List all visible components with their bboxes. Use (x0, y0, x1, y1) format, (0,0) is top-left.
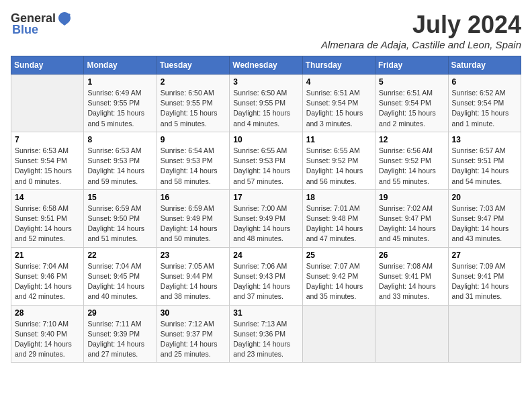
day-number: 25 (306, 250, 371, 260)
day-info: Sunrise: 6:56 AMSunset: 9:52 PMDaylight:… (379, 146, 444, 187)
calendar-cell: 1Sunrise: 6:49 AMSunset: 9:55 PMDaylight… (84, 75, 157, 132)
day-number: 28 (15, 308, 80, 318)
day-number: 27 (452, 250, 517, 260)
day-info: Sunrise: 7:12 AMSunset: 9:37 PMDaylight:… (161, 319, 226, 360)
calendar-week-row: 1Sunrise: 6:49 AMSunset: 9:55 PMDaylight… (11, 75, 521, 132)
calendar-cell: 21Sunrise: 7:04 AMSunset: 9:46 PMDayligh… (11, 247, 84, 305)
day-number: 12 (379, 135, 444, 144)
calendar-cell: 31Sunrise: 7:13 AMSunset: 9:36 PMDayligh… (230, 305, 302, 363)
day-info: Sunrise: 7:02 AMSunset: 9:47 PMDaylight:… (379, 203, 444, 244)
calendar-cell: 20Sunrise: 7:03 AMSunset: 9:47 PMDayligh… (448, 189, 521, 247)
weekday-header-cell: Sunday (11, 56, 84, 75)
calendar-cell: 25Sunrise: 7:07 AMSunset: 9:42 PMDayligh… (302, 247, 375, 305)
calendar-table: SundayMondayTuesdayWednesdayThursdayFrid… (11, 56, 521, 363)
day-info: Sunrise: 7:07 AMSunset: 9:42 PMDaylight:… (306, 261, 371, 302)
day-number: 17 (233, 193, 298, 202)
calendar-cell: 19Sunrise: 7:02 AMSunset: 9:47 PMDayligh… (375, 189, 448, 247)
day-number: 15 (87, 193, 152, 202)
day-info: Sunrise: 7:08 AMSunset: 9:41 PMDaylight:… (379, 261, 444, 302)
calendar-cell: 23Sunrise: 7:05 AMSunset: 9:44 PMDayligh… (157, 247, 229, 305)
calendar-week-row: 14Sunrise: 6:58 AMSunset: 9:51 PMDayligh… (11, 189, 521, 247)
day-number: 14 (15, 193, 80, 202)
day-number: 5 (379, 77, 444, 87)
logo: General Blue (11, 11, 72, 37)
calendar-cell: 5Sunrise: 6:51 AMSunset: 9:54 PMDaylight… (375, 75, 448, 132)
day-number: 6 (452, 77, 517, 87)
day-info: Sunrise: 6:49 AMSunset: 9:55 PMDaylight:… (87, 88, 152, 129)
calendar-cell: 22Sunrise: 7:04 AMSunset: 9:45 PMDayligh… (84, 247, 157, 305)
day-info: Sunrise: 6:59 AMSunset: 9:49 PMDaylight:… (161, 203, 226, 244)
calendar-week-row: 21Sunrise: 7:04 AMSunset: 9:46 PMDayligh… (11, 247, 521, 305)
calendar-cell: 3Sunrise: 6:50 AMSunset: 9:55 PMDaylight… (230, 75, 302, 132)
day-info: Sunrise: 7:11 AMSunset: 9:39 PMDaylight:… (87, 319, 152, 360)
calendar-cell: 14Sunrise: 6:58 AMSunset: 9:51 PMDayligh… (11, 189, 84, 247)
day-number: 13 (452, 135, 517, 144)
calendar-cell (448, 305, 521, 363)
calendar-cell: 29Sunrise: 7:11 AMSunset: 9:39 PMDayligh… (84, 305, 157, 363)
calendar-cell: 13Sunrise: 6:57 AMSunset: 9:51 PMDayligh… (448, 132, 521, 189)
calendar-body: 1Sunrise: 6:49 AMSunset: 9:55 PMDaylight… (11, 75, 521, 363)
day-info: Sunrise: 6:50 AMSunset: 9:55 PMDaylight:… (161, 88, 226, 129)
day-info: Sunrise: 6:57 AMSunset: 9:51 PMDaylight:… (452, 146, 517, 187)
logo-blue-text: Blue (12, 23, 38, 37)
day-info: Sunrise: 6:52 AMSunset: 9:54 PMDaylight:… (452, 88, 517, 129)
calendar-cell: 15Sunrise: 6:59 AMSunset: 9:50 PMDayligh… (84, 189, 157, 247)
calendar-cell: 9Sunrise: 6:54 AMSunset: 9:53 PMDaylight… (157, 132, 229, 189)
calendar-cell: 30Sunrise: 7:12 AMSunset: 9:37 PMDayligh… (157, 305, 229, 363)
day-number: 22 (87, 250, 152, 260)
calendar-cell: 16Sunrise: 6:59 AMSunset: 9:49 PMDayligh… (157, 189, 229, 247)
day-info: Sunrise: 7:00 AMSunset: 9:49 PMDaylight:… (233, 203, 298, 244)
day-info: Sunrise: 6:51 AMSunset: 9:54 PMDaylight:… (306, 88, 371, 129)
day-number: 21 (15, 250, 80, 260)
day-info: Sunrise: 6:59 AMSunset: 9:50 PMDaylight:… (87, 203, 152, 244)
title-block: July 2024 Almenara de Adaja, Castille an… (321, 11, 521, 50)
calendar-cell: 10Sunrise: 6:55 AMSunset: 9:53 PMDayligh… (230, 132, 302, 189)
calendar-cell: 7Sunrise: 6:53 AMSunset: 9:54 PMDaylight… (11, 132, 84, 189)
day-info: Sunrise: 6:55 AMSunset: 9:53 PMDaylight:… (233, 146, 298, 187)
weekday-header-cell: Monday (84, 56, 157, 75)
day-number: 31 (233, 308, 298, 318)
day-number: 16 (161, 193, 226, 202)
day-number: 9 (161, 135, 226, 144)
day-info: Sunrise: 6:53 AMSunset: 9:54 PMDaylight:… (15, 146, 80, 187)
weekday-header-cell: Wednesday (230, 56, 302, 75)
calendar-cell (11, 75, 84, 132)
calendar-cell: 2Sunrise: 6:50 AMSunset: 9:55 PMDaylight… (157, 75, 229, 132)
day-info: Sunrise: 6:53 AMSunset: 9:53 PMDaylight:… (87, 146, 152, 187)
logo-icon (57, 11, 72, 26)
day-number: 1 (87, 77, 152, 87)
day-info: Sunrise: 7:04 AMSunset: 9:45 PMDaylight:… (87, 261, 152, 302)
day-info: Sunrise: 7:10 AMSunset: 9:40 PMDaylight:… (15, 319, 80, 360)
day-info: Sunrise: 7:04 AMSunset: 9:46 PMDaylight:… (15, 261, 80, 302)
page-header: General Blue July 2024 Almenara de Adaja… (11, 11, 521, 50)
calendar-cell: 17Sunrise: 7:00 AMSunset: 9:49 PMDayligh… (230, 189, 302, 247)
day-info: Sunrise: 6:55 AMSunset: 9:52 PMDaylight:… (306, 146, 371, 187)
day-number: 7 (15, 135, 80, 144)
month-title: July 2024 (321, 11, 521, 39)
day-info: Sunrise: 7:06 AMSunset: 9:43 PMDaylight:… (233, 261, 298, 302)
day-number: 19 (379, 193, 444, 202)
calendar-cell: 28Sunrise: 7:10 AMSunset: 9:40 PMDayligh… (11, 305, 84, 363)
day-info: Sunrise: 6:50 AMSunset: 9:55 PMDaylight:… (233, 88, 298, 129)
calendar-week-row: 28Sunrise: 7:10 AMSunset: 9:40 PMDayligh… (11, 305, 521, 363)
calendar-cell: 4Sunrise: 6:51 AMSunset: 9:54 PMDaylight… (302, 75, 375, 132)
calendar-cell: 26Sunrise: 7:08 AMSunset: 9:41 PMDayligh… (375, 247, 448, 305)
calendar-cell: 27Sunrise: 7:09 AMSunset: 9:41 PMDayligh… (448, 247, 521, 305)
day-number: 26 (379, 250, 444, 260)
calendar-cell (302, 305, 375, 363)
calendar-week-row: 7Sunrise: 6:53 AMSunset: 9:54 PMDaylight… (11, 132, 521, 189)
day-info: Sunrise: 6:58 AMSunset: 9:51 PMDaylight:… (15, 203, 80, 244)
day-number: 24 (233, 250, 298, 260)
day-number: 8 (87, 135, 152, 144)
calendar-cell: 8Sunrise: 6:53 AMSunset: 9:53 PMDaylight… (84, 132, 157, 189)
calendar-cell (375, 305, 448, 363)
day-info: Sunrise: 7:01 AMSunset: 9:48 PMDaylight:… (306, 203, 371, 244)
day-number: 30 (161, 308, 226, 318)
weekday-header-cell: Thursday (302, 56, 375, 75)
location-title: Almenara de Adaja, Castille and Leon, Sp… (321, 39, 521, 50)
calendar-cell: 6Sunrise: 6:52 AMSunset: 9:54 PMDaylight… (448, 75, 521, 132)
day-number: 29 (87, 308, 152, 318)
weekday-header-cell: Saturday (448, 56, 521, 75)
calendar-cell: 12Sunrise: 6:56 AMSunset: 9:52 PMDayligh… (375, 132, 448, 189)
day-info: Sunrise: 6:51 AMSunset: 9:54 PMDaylight:… (379, 88, 444, 129)
